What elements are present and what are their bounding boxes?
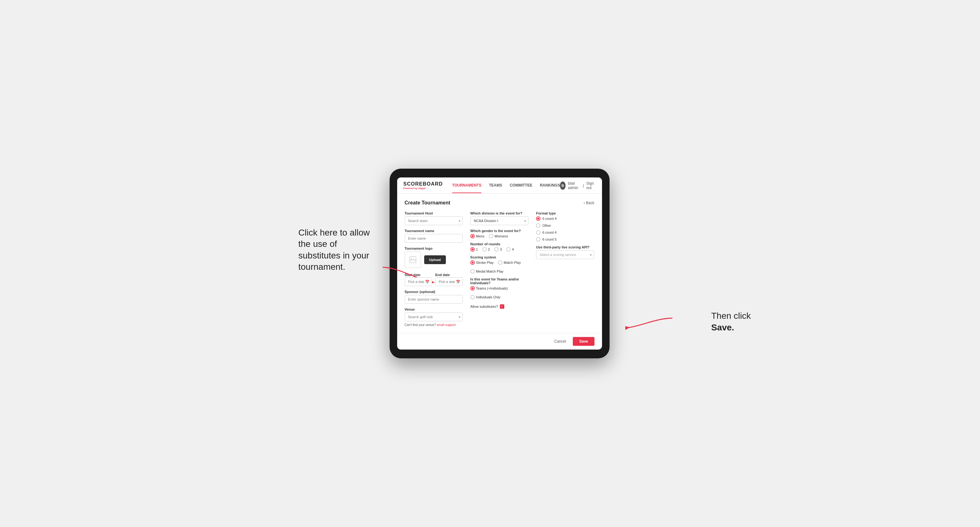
scoring-match-label: Match Play	[504, 261, 521, 264]
venue-help: Can't find your venue? email support	[405, 323, 463, 327]
sponsor-label: Sponsor (optional)	[405, 290, 463, 294]
rounds-4-label: 4	[512, 248, 514, 251]
page-title: Create Tournament	[405, 200, 450, 206]
navbar: SCOREBOARD Powered by clippd TOURNAMENTS…	[397, 178, 602, 194]
form-grid: Tournament Host Tournament name Tourname…	[405, 211, 595, 327]
sponsor-group: Sponsor (optional)	[405, 290, 463, 304]
event-individuals-radio[interactable]	[470, 295, 475, 299]
scoring-stroke-radio[interactable]	[470, 260, 475, 265]
scoring-medal-label: Medal Match Play	[476, 270, 503, 273]
scoring-service-wrapper: Select a scoring service	[536, 250, 594, 259]
sign-out-link[interactable]: Sign out	[586, 181, 595, 190]
gender-womens-radio[interactable]	[489, 234, 493, 238]
rounds-2[interactable]: 2	[482, 247, 490, 252]
scoring-stroke[interactable]: Stroke Play	[470, 260, 493, 265]
tablet-screen: SCOREBOARD Powered by clippd TOURNAMENTS…	[397, 178, 602, 349]
division-select[interactable]: NCAA Division I	[470, 216, 528, 225]
start-date-label: Start date	[405, 273, 421, 277]
sponsor-input[interactable]	[405, 295, 463, 304]
rounds-3[interactable]: 3	[494, 247, 502, 252]
host-label: Tournament Host	[405, 211, 463, 215]
nav-links: TOURNAMENTS TEAMS COMMITTEE RANKINGS	[452, 178, 560, 193]
nav-separator: |	[583, 183, 584, 188]
form-section-right: Format type 5 count 4 Other	[536, 211, 594, 327]
gender-radio-group: Mens Womens	[470, 234, 528, 238]
scoring-service-select[interactable]: Select a scoring service	[536, 250, 594, 259]
scoring-match-radio[interactable]	[498, 260, 503, 265]
nav-teams[interactable]: TEAMS	[489, 178, 502, 193]
format-label: Format type	[536, 211, 594, 215]
format-5count4-radio[interactable]	[536, 216, 541, 221]
rounds-1-radio[interactable]	[470, 247, 475, 252]
format-6count5-label: 6 count 5	[542, 237, 557, 241]
gender-womens-label: Womens	[495, 234, 508, 238]
rounds-1[interactable]: 1	[470, 247, 478, 252]
save-button[interactable]: Save	[573, 337, 594, 346]
start-date-group: Start date 📅	[405, 271, 432, 286]
format-6count5[interactable]: 6 count 5	[536, 237, 594, 241]
rounds-1-label: 1	[476, 248, 478, 251]
scoring-service-label: Use third-party live scoring API?	[536, 245, 594, 249]
event-teams-radio[interactable]	[470, 286, 475, 290]
format-other[interactable]: Other	[536, 223, 594, 228]
right-annotation: Then click Save.	[711, 310, 751, 333]
rounds-3-label: 3	[500, 248, 502, 251]
format-5count4[interactable]: 5 count 4	[536, 216, 594, 221]
event-teams[interactable]: Teams (+Individuals)	[470, 286, 508, 290]
nav-committee[interactable]: COMMITTEE	[510, 178, 532, 193]
scoring-stroke-label: Stroke Play	[476, 261, 493, 264]
format-options: 5 count 4 Other 6 count 4	[536, 216, 594, 241]
rounds-4[interactable]: 4	[506, 247, 514, 252]
scoring-label: Scoring system	[470, 256, 528, 259]
gender-womens[interactable]: Womens	[489, 234, 508, 238]
division-label: Which division is the event for?	[470, 211, 528, 215]
gender-mens[interactable]: Mens	[470, 234, 485, 238]
event-type-radio-group: Teams (+Individuals) Individuals Only	[470, 286, 528, 299]
scoring-group: Scoring system Stroke Play Match Play	[470, 256, 528, 273]
back-button[interactable]: ‹ Back	[584, 201, 594, 205]
tablet-frame: SCOREBOARD Powered by clippd TOURNAMENTS…	[390, 169, 609, 358]
email-support-link[interactable]: email support	[437, 323, 456, 327]
gender-label: Which gender is the event for?	[470, 229, 528, 233]
nav-tournaments[interactable]: TOURNAMENTS	[452, 178, 481, 193]
format-5count4-label: 5 count 4	[542, 217, 557, 221]
rounds-group: Number of rounds 1 2	[470, 242, 528, 252]
venue-group: Venue Can't find your venue? email suppo…	[405, 308, 463, 327]
substitutes-checkbox[interactable]: ✓	[500, 304, 504, 309]
venue-input[interactable]	[405, 313, 463, 321]
rounds-3-radio[interactable]	[494, 247, 499, 252]
host-input[interactable]	[405, 216, 463, 225]
format-6count5-radio[interactable]	[536, 237, 541, 241]
scoring-match[interactable]: Match Play	[498, 260, 521, 265]
end-date-group: End date 📅	[435, 271, 463, 286]
gender-mens-radio[interactable]	[470, 234, 475, 238]
division-group: Which division is the event for? NCAA Di…	[470, 211, 528, 225]
logo-powered: Powered by clippd	[403, 187, 443, 190]
event-individuals[interactable]: Individuals Only	[470, 295, 501, 299]
format-6count4[interactable]: 6 count 4	[536, 230, 594, 235]
rounds-2-label: 2	[488, 248, 490, 251]
venue-label: Venue	[405, 308, 463, 311]
format-other-radio[interactable]	[536, 223, 541, 228]
format-6count4-label: 6 count 4	[542, 230, 557, 234]
scoring-medal-radio[interactable]	[470, 269, 475, 273]
scoring-service-group: Use third-party live scoring API? Select…	[536, 245, 594, 259]
user-name: blair admin	[568, 181, 580, 190]
name-group: Tournament name	[405, 229, 463, 243]
rounds-2-radio[interactable]	[482, 247, 487, 252]
name-label: Tournament name	[405, 229, 463, 233]
rounds-4-radio[interactable]	[506, 247, 511, 252]
nav-rankings[interactable]: RANKINGS	[540, 178, 560, 193]
format-6count4-radio[interactable]	[536, 230, 541, 235]
event-teams-label: Teams (+Individuals)	[476, 286, 508, 290]
upload-button[interactable]: Upload	[424, 256, 446, 264]
footer-actions: Cancel Save	[397, 333, 602, 349]
gender-mens-label: Mens	[476, 234, 485, 238]
logo-area: SCOREBOARD Powered by clippd	[403, 181, 443, 190]
scoring-medal[interactable]: Medal Match Play	[470, 269, 503, 273]
scoring-radio-group: Stroke Play Match Play Medal Match Play	[470, 260, 528, 273]
event-type-label: Is this event for Teams and/or Individua…	[470, 277, 528, 285]
cancel-button[interactable]: Cancel	[550, 337, 570, 346]
rounds-radio-group: 1 2 3	[470, 247, 528, 252]
name-input[interactable]	[405, 234, 463, 243]
